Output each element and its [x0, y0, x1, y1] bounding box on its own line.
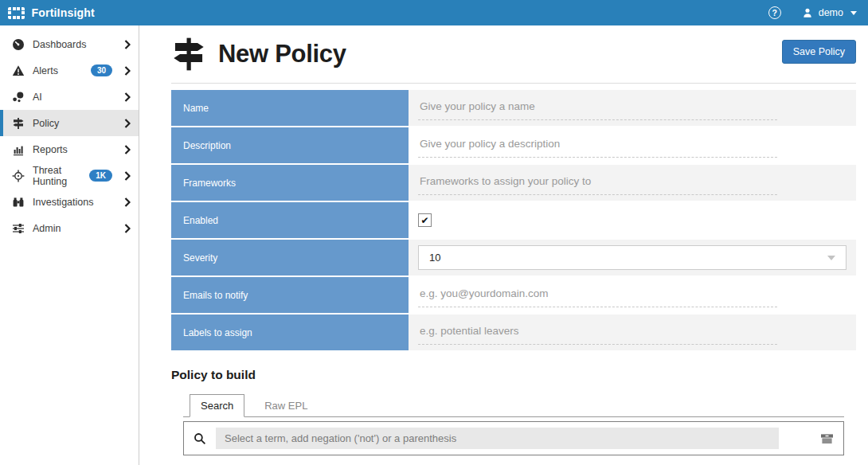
help-icon[interactable]: ? [768, 6, 781, 19]
sidebar-item-reports[interactable]: Reports [0, 136, 139, 162]
crosshair-icon [12, 170, 25, 182]
sidebar-item-investigations[interactable]: Investigations [0, 189, 139, 215]
field-value-cell [409, 127, 856, 165]
threat-hunting-count-badge: 1K [89, 170, 112, 182]
field-value-cell: 10 [409, 240, 856, 277]
form-row-description: Description [171, 127, 856, 165]
sidebar-item-label: Threat Hunting [33, 165, 81, 187]
username: demo [819, 7, 843, 18]
bar-chart-icon [12, 143, 25, 156]
user-icon [802, 7, 813, 18]
user-menu[interactable]: demo [802, 7, 857, 18]
builder-tabs: Search Raw EPL [183, 394, 844, 417]
sidebar-item-admin[interactable]: Admin [0, 215, 139, 241]
ai-dots-icon [12, 91, 25, 104]
sidebar-item-label: Alerts [33, 65, 83, 76]
binoculars-icon [12, 196, 25, 209]
page-header: New Policy Save Policy [171, 25, 856, 84]
sidebar-item-label: Investigations [33, 197, 116, 208]
chevron-right-icon [124, 40, 131, 49]
sidebar-item-label: Reports [33, 144, 116, 155]
chevron-right-icon [124, 92, 131, 102]
description-input[interactable] [418, 133, 777, 158]
sidebar-item-label: Policy [33, 118, 116, 129]
chevron-right-icon [124, 119, 131, 128]
field-value-cell: ✔ [409, 202, 856, 240]
chevron-right-icon [124, 171, 131, 181]
policy-to-build-heading: Policy to build [171, 368, 856, 382]
signpost-icon [12, 117, 25, 130]
sidebar-item-threat-hunting[interactable]: Threat Hunting 1K [0, 162, 139, 189]
field-label: Enabled [171, 202, 409, 240]
form-row-labels: Labels to assign [171, 315, 856, 352]
term-search-input[interactable] [216, 428, 779, 449]
policy-form: Name Description Frameworks Enabled [171, 90, 856, 352]
field-label: Labels to assign [171, 315, 409, 352]
dashboard-icon [12, 38, 25, 51]
topbar-right: ? demo [768, 6, 857, 19]
frameworks-input[interactable] [418, 170, 777, 195]
tab-raw-epl[interactable]: Raw EPL [254, 395, 318, 416]
labels-input[interactable] [418, 320, 777, 345]
field-value-cell [409, 315, 856, 352]
name-input[interactable] [418, 96, 777, 120]
brand[interactable]: FortiInsight [8, 6, 95, 19]
severity-select[interactable]: 10 [418, 245, 846, 270]
tab-search[interactable]: Search [190, 394, 244, 417]
enabled-checkbox[interactable]: ✔ [418, 213, 432, 227]
alert-triangle-icon [12, 64, 25, 77]
field-label: Frameworks [171, 165, 409, 202]
form-row-emails: Emails to notify [171, 277, 856, 315]
chevron-down-icon [850, 11, 857, 15]
sidebar-item-dashboards[interactable]: Dashboards [0, 31, 139, 57]
fortinet-grid-logo-icon [8, 7, 25, 19]
chevron-right-icon [124, 224, 131, 233]
chevron-right-icon [124, 66, 131, 76]
signpost-icon [171, 36, 206, 72]
form-row-name: Name [171, 90, 856, 127]
field-value-cell [409, 165, 856, 202]
field-label: Name [171, 90, 409, 127]
field-value-cell [409, 277, 856, 315]
field-label: Emails to notify [171, 277, 409, 315]
field-value-cell [409, 90, 856, 127]
sidebar-item-label: Admin [33, 223, 116, 234]
archive-icon[interactable] [820, 432, 834, 445]
sidebar: Dashboards Alerts 30 AI [0, 25, 139, 465]
policy-builder: Search Raw EPL [183, 394, 844, 465]
form-row-enabled: Enabled ✔ [171, 202, 856, 240]
sidebar-item-label: Dashboards [33, 39, 116, 50]
sidebar-item-policy[interactable]: Policy [0, 110, 139, 136]
term-search-bar [183, 421, 844, 455]
search-icon [194, 432, 206, 445]
field-label: Description [171, 127, 409, 165]
brand-name: FortiInsight [32, 6, 95, 19]
form-row-frameworks: Frameworks [171, 165, 856, 202]
chevron-right-icon [124, 197, 131, 207]
emails-input[interactable] [418, 283, 777, 307]
checkmark-icon: ✔ [420, 216, 428, 225]
page-title: New Policy [218, 40, 346, 68]
field-label: Severity [171, 240, 409, 277]
sidebar-item-ai[interactable]: AI [0, 84, 139, 110]
save-policy-button[interactable]: Save Policy [782, 40, 856, 64]
chevron-down-icon [827, 256, 835, 260]
form-row-severity: Severity 10 [171, 240, 856, 277]
sliders-icon [12, 222, 25, 235]
alerts-count-badge: 30 [91, 64, 112, 76]
sidebar-item-alerts[interactable]: Alerts 30 [0, 57, 139, 84]
topbar: FortiInsight ? demo [0, 0, 868, 25]
chevron-right-icon [124, 145, 131, 154]
sidebar-item-label: AI [33, 92, 116, 103]
severity-selected-value: 10 [429, 252, 440, 264]
main-content: New Policy Save Policy Name Description … [139, 25, 868, 465]
